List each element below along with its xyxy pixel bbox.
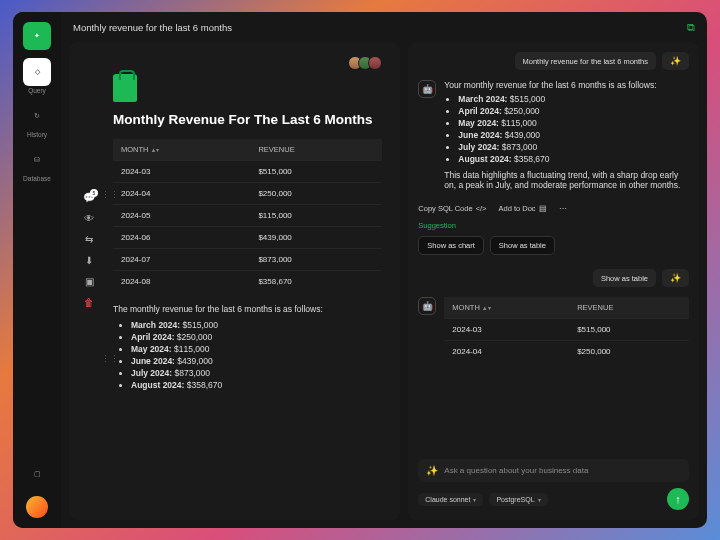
sidebar-item-label: History <box>27 131 47 138</box>
history-icon: ↻ <box>34 112 40 120</box>
bot-icon: 🤖 <box>418 297 436 315</box>
avatar[interactable] <box>26 496 48 518</box>
table-row: 2024-08$358,670 <box>113 271 382 293</box>
table-row: 2024-03$515,000 <box>444 319 689 341</box>
col-revenue[interactable]: REVENUE <box>569 297 689 319</box>
drag-handle-icon[interactable]: ⋮⋮ <box>101 190 119 200</box>
sidebar-item-label: Query <box>28 87 46 94</box>
list-item: August 2024: $358,670 <box>131 380 382 390</box>
list-item: April 2024: $250,000 <box>131 332 382 342</box>
sidebar-item-database[interactable]: ⛁ <box>23 146 51 174</box>
sidebar-logo-button[interactable]: ✦ <box>23 22 51 50</box>
sidebar-item-history[interactable]: ↻ <box>23 102 51 130</box>
main-area: Monthly revenue for the last 6 months ⧉ … <box>61 12 707 528</box>
doc-icon: ▤ <box>539 204 547 213</box>
page-title: Monthly revenue for the last 6 months <box>73 22 232 33</box>
list-item: March 2024: $515,000 <box>131 320 382 330</box>
col-month[interactable]: MONTH▲▾ <box>444 297 569 319</box>
col-month[interactable]: MONTH▲▾ <box>113 139 250 161</box>
wand-icon[interactable]: ✨ <box>662 52 689 70</box>
assistant-message: Your monthly revenue for the last 6 mont… <box>444 80 689 190</box>
sidebar-bottom-icon[interactable]: ▢ <box>23 460 51 488</box>
list-item: July 2024: $873,000 <box>131 368 382 378</box>
suggestion-label: Suggestion <box>418 221 689 230</box>
more-icon[interactable]: ⋯ <box>559 204 567 213</box>
suggestion-show-table[interactable]: Show as table <box>490 236 555 255</box>
document-panel: 💬5 👁 ⇆ ⬇ ▣ 🗑 Monthly Revenue For The Las… <box>69 42 400 520</box>
summary-list: March 2024: $515,000 April 2024: $250,00… <box>113 320 382 390</box>
sidebar-item-query[interactable]: ◇ <box>23 58 51 86</box>
clipboard-icon <box>113 74 137 102</box>
db-select[interactable]: PostgreSQL <box>489 493 547 506</box>
avatar[interactable] <box>368 56 382 70</box>
save-icon[interactable]: ▣ <box>85 276 94 287</box>
download-icon[interactable]: ⬇ <box>85 255 93 266</box>
revenue-table: MONTH▲▾ REVENUE 2024-03$515,000 2024-04$… <box>113 139 382 292</box>
col-revenue[interactable]: REVENUE <box>250 139 382 161</box>
add-to-doc-button[interactable]: Add to Doc ▤ <box>498 204 546 213</box>
chat-panel: Monthly revenue for the last 6 months ✨ … <box>408 42 699 520</box>
wand-icon[interactable]: ✨ <box>662 269 689 287</box>
table-row: 2024-05$115,000 <box>113 205 382 227</box>
app-window: ✦ ◇ Query ↻ History ⛁ Database ▢ Monthly… <box>13 12 707 528</box>
database-icon: ⛁ <box>34 156 40 164</box>
copy-sql-button[interactable]: Copy SQL Code </> <box>418 204 486 213</box>
comment-icon[interactable]: 💬5 <box>83 192 95 203</box>
table-row: 2024-04$250,000 <box>444 341 689 363</box>
code-icon: </> <box>476 204 487 213</box>
presence-avatars <box>113 56 382 70</box>
list-item: May 2024: $115,000 <box>131 344 382 354</box>
table-row: 2024-07$873,000 <box>113 249 382 271</box>
share-icon[interactable]: ⇆ <box>85 234 93 245</box>
doc-heading: Monthly Revenue For The Last 6 Months <box>113 112 382 127</box>
delete-icon[interactable]: 🗑 <box>84 297 94 308</box>
open-external-icon[interactable]: ⧉ <box>687 21 695 34</box>
user-message-chip: Monthly revenue for the last 6 months <box>515 52 656 70</box>
summary-intro: The monthly revenue for the last 6 month… <box>113 304 382 314</box>
titlebar: Monthly revenue for the last 6 months ⧉ <box>61 12 707 42</box>
send-button[interactable]: ↑ <box>667 488 689 510</box>
wand-icon: ✨ <box>426 465 438 476</box>
chat-revenue-table: MONTH▲▾ REVENUE 2024-03$515,000 2024-04$… <box>444 297 689 362</box>
chat-input[interactable]: ✨ Ask a question about your business dat… <box>418 459 689 482</box>
user-message-chip: Show as table <box>593 269 656 287</box>
table-row: 2024-04$250,000 <box>113 183 382 205</box>
table-row: 2024-03$515,000 <box>113 161 382 183</box>
table-row: 2024-06$439,000 <box>113 227 382 249</box>
sort-icon: ▲▾ <box>482 305 491 311</box>
doc-tool-column: 💬5 👁 ⇆ ⬇ ▣ 🗑 <box>79 52 99 510</box>
list-item: June 2024: $439,000 <box>131 356 382 366</box>
sort-icon: ▲▾ <box>151 147 160 153</box>
drag-handle-icon[interactable]: ⋮⋮ <box>101 354 119 364</box>
bot-icon: 🤖 <box>418 80 436 98</box>
suggestion-show-chart[interactable]: Show as chart <box>418 236 484 255</box>
model-select[interactable]: Claude sonnet <box>418 493 483 506</box>
sidebar: ✦ ◇ Query ↻ History ⛁ Database ▢ <box>13 12 61 528</box>
eye-icon[interactable]: 👁 <box>84 213 94 224</box>
sidebar-item-label: Database <box>23 175 51 182</box>
